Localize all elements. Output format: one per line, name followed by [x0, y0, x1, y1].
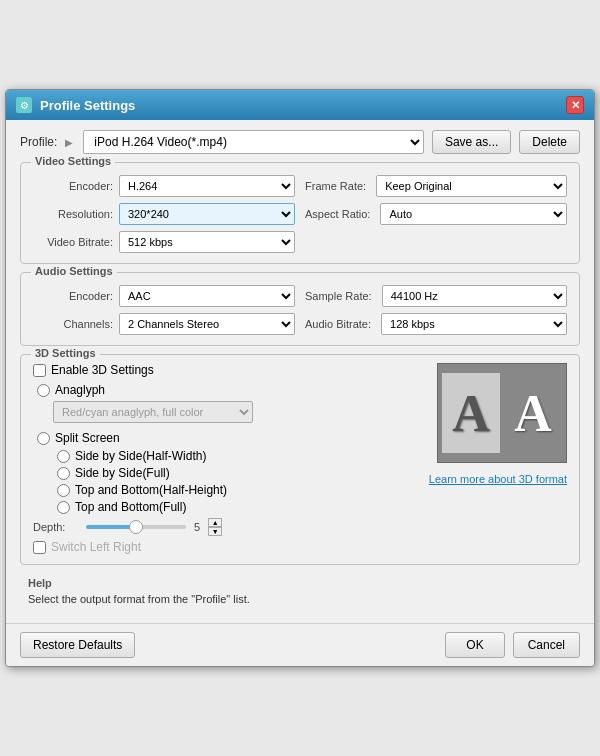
- frame-rate-label: Frame Rate:: [305, 180, 366, 192]
- depth-value: 5: [194, 521, 200, 533]
- anaglyph-label[interactable]: Anaglyph: [55, 383, 105, 397]
- sample-rate-label: Sample Rate:: [305, 290, 372, 302]
- 3d-layout: Enable 3D Settings Anaglyph Red/cyan ana…: [33, 363, 567, 554]
- aspect-ratio-row: Aspect Ratio: Auto: [305, 203, 567, 225]
- anaglyph-radio[interactable]: [37, 384, 50, 397]
- audio-settings-section: Audio Settings Encoder: AAC Sample Rate:…: [20, 272, 580, 346]
- aa-inner: A A: [442, 373, 562, 453]
- split-screen-row: Split Screen: [37, 431, 419, 445]
- top-full-row: Top and Bottom(Full): [57, 500, 419, 514]
- anaglyph-select-row: Red/cyan anaglyph, full color: [53, 401, 419, 423]
- switch-left-right-checkbox[interactable]: [33, 541, 46, 554]
- depth-spinner-up[interactable]: ▲: [208, 518, 222, 527]
- profile-select[interactable]: iPod H.264 Video(*.mp4): [83, 130, 424, 154]
- side-full-radio[interactable]: [57, 467, 70, 480]
- audio-bitrate-label: Audio Bitrate:: [305, 318, 371, 330]
- learn-more-link[interactable]: Learn more about 3D format: [429, 473, 567, 485]
- 3d-left: Enable 3D Settings Anaglyph Red/cyan ana…: [33, 363, 419, 554]
- 3d-settings-title: 3D Settings: [31, 347, 100, 359]
- bottom-bar: Restore Defaults OK Cancel: [6, 623, 594, 666]
- ok-button[interactable]: OK: [445, 632, 504, 658]
- sample-rate-row: Sample Rate: 44100 Hz: [305, 285, 567, 307]
- encoder-label: Encoder:: [33, 180, 113, 192]
- video-settings-section: Video Settings Encoder: H.264 Frame Rate…: [20, 162, 580, 264]
- help-section: Help Select the output format from the "…: [20, 573, 580, 613]
- enable-3d-checkbox[interactable]: [33, 364, 46, 377]
- anaglyph-row: Anaglyph: [37, 383, 419, 397]
- dialog-body: Profile: ▶ iPod H.264 Video(*.mp4) Save …: [6, 120, 594, 623]
- resolution-row: Resolution: 320*240: [33, 203, 295, 225]
- top-half-radio[interactable]: [57, 484, 70, 497]
- split-screen-label[interactable]: Split Screen: [55, 431, 120, 445]
- aa-letter-left: A: [442, 373, 500, 453]
- 3d-radio-group: Anaglyph Red/cyan anaglyph, full color S…: [37, 383, 419, 514]
- depth-row: Depth: 5 ▲ ▼: [33, 518, 419, 536]
- video-row3-right: [305, 231, 567, 253]
- split-screen-radio[interactable]: [37, 432, 50, 445]
- title-bar-left: ⚙ Profile Settings: [16, 97, 135, 113]
- save-as-button[interactable]: Save as...: [432, 130, 511, 154]
- frame-rate-select[interactable]: Keep Original: [376, 175, 567, 197]
- dialog-title: Profile Settings: [40, 98, 135, 113]
- profile-label: Profile:: [20, 135, 57, 149]
- audio-encoder-row: Encoder: AAC: [33, 285, 295, 307]
- enable-3d-row: Enable 3D Settings: [33, 363, 419, 377]
- 3d-settings-section: 3D Settings Enable 3D Settings Anaglyph: [20, 354, 580, 565]
- resolution-select[interactable]: 320*240: [119, 203, 295, 225]
- help-title: Help: [28, 577, 572, 589]
- switch-row: Switch Left Right: [33, 540, 419, 554]
- top-half-label[interactable]: Top and Bottom(Half-Height): [75, 483, 227, 497]
- side-half-label[interactable]: Side by Side(Half-Width): [75, 449, 206, 463]
- aspect-ratio-label: Aspect Ratio:: [305, 208, 370, 220]
- video-bitrate-row: Video Bitrate: 512 kbps: [33, 231, 295, 253]
- help-text: Select the output format from the "Profi…: [28, 593, 572, 605]
- encoder-row: Encoder: H.264: [33, 175, 295, 197]
- split-screen-options: Side by Side(Half-Width) Side by Side(Fu…: [57, 449, 419, 514]
- audio-settings-grid: Encoder: AAC Sample Rate: 44100 Hz Chann…: [33, 285, 567, 335]
- side-half-row: Side by Side(Half-Width): [57, 449, 419, 463]
- audio-encoder-label: Encoder:: [33, 290, 113, 302]
- video-settings-grid: Encoder: H.264 Frame Rate: Keep Original…: [33, 175, 567, 253]
- settings-icon: ⚙: [16, 97, 32, 113]
- aspect-ratio-select[interactable]: Auto: [380, 203, 567, 225]
- video-bitrate-select[interactable]: 512 kbps: [119, 231, 295, 253]
- aa-letter-right: A: [504, 373, 562, 453]
- side-full-label[interactable]: Side by Side(Full): [75, 466, 170, 480]
- top-full-radio[interactable]: [57, 501, 70, 514]
- resolution-label: Resolution:: [33, 208, 113, 220]
- audio-bitrate-select[interactable]: 128 kbps: [381, 313, 567, 335]
- delete-button[interactable]: Delete: [519, 130, 580, 154]
- audio-bitrate-row: Audio Bitrate: 128 kbps: [305, 313, 567, 335]
- profile-settings-dialog: ⚙ Profile Settings ✕ Profile: ▶ iPod H.2…: [5, 89, 595, 667]
- depth-spinner-down[interactable]: ▼: [208, 527, 222, 536]
- channels-select[interactable]: 2 Channels Stereo: [119, 313, 295, 335]
- 3d-right: A A Learn more about 3D format: [429, 363, 567, 554]
- aa-preview: A A: [437, 363, 567, 463]
- channels-row: Channels: 2 Channels Stereo: [33, 313, 295, 335]
- switch-left-right-label[interactable]: Switch Left Right: [51, 540, 141, 554]
- close-button[interactable]: ✕: [566, 96, 584, 114]
- restore-defaults-button[interactable]: Restore Defaults: [20, 632, 135, 658]
- frame-rate-row: Frame Rate: Keep Original: [305, 175, 567, 197]
- top-half-row: Top and Bottom(Half-Height): [57, 483, 419, 497]
- profile-row: Profile: ▶ iPod H.264 Video(*.mp4) Save …: [20, 130, 580, 154]
- side-half-radio[interactable]: [57, 450, 70, 463]
- depth-spinner: ▲ ▼: [208, 518, 222, 536]
- audio-settings-title: Audio Settings: [31, 265, 117, 277]
- depth-label: Depth:: [33, 521, 78, 533]
- bottom-right: OK Cancel: [445, 632, 580, 658]
- side-full-row: Side by Side(Full): [57, 466, 419, 480]
- title-bar: ⚙ Profile Settings ✕: [6, 90, 594, 120]
- audio-encoder-select[interactable]: AAC: [119, 285, 295, 307]
- channels-label: Channels:: [33, 318, 113, 330]
- cancel-button[interactable]: Cancel: [513, 632, 580, 658]
- profile-icon: ▶: [65, 137, 73, 148]
- encoder-select[interactable]: H.264: [119, 175, 295, 197]
- video-bitrate-label: Video Bitrate:: [33, 236, 113, 248]
- anaglyph-type-select[interactable]: Red/cyan anaglyph, full color: [53, 401, 253, 423]
- video-settings-title: Video Settings: [31, 155, 115, 167]
- sample-rate-select[interactable]: 44100 Hz: [382, 285, 567, 307]
- enable-3d-label[interactable]: Enable 3D Settings: [51, 363, 154, 377]
- depth-slider[interactable]: [86, 525, 186, 529]
- top-full-label[interactable]: Top and Bottom(Full): [75, 500, 186, 514]
